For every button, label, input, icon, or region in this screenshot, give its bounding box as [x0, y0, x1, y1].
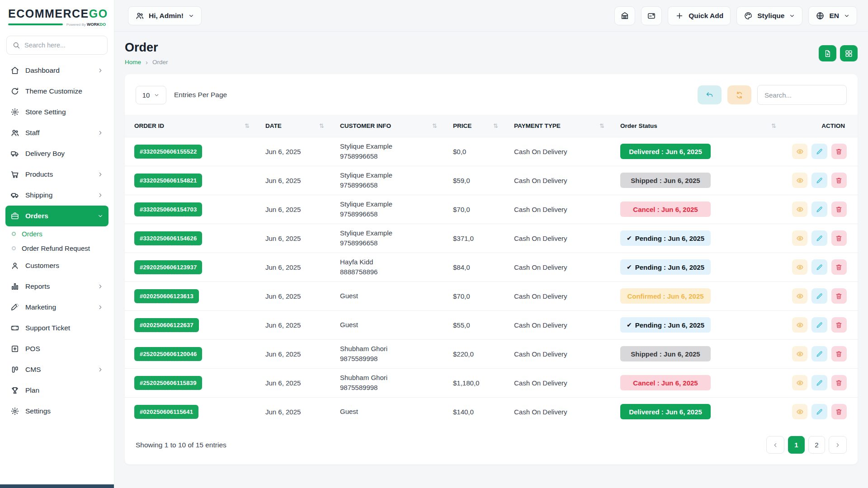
- delete-order-button[interactable]: [831, 230, 847, 246]
- reset-filters-button[interactable]: [698, 85, 722, 104]
- breadcrumb-home-link[interactable]: Home: [125, 59, 141, 66]
- theme-selector-button[interactable]: Stylique: [736, 6, 802, 25]
- delete-order-button[interactable]: [831, 144, 847, 159]
- topbar: Hi, Admin! Quick Add Stylique EN: [114, 0, 868, 32]
- column-header-price[interactable]: PRICE⇅: [443, 115, 505, 137]
- order-id-badge[interactable]: #2520250606120046: [134, 347, 202, 361]
- customer-phone: 9875589998: [340, 354, 439, 364]
- column-header-customer-info[interactable]: CUSTOMER INFO⇅: [330, 115, 443, 137]
- edit-order-button[interactable]: [811, 202, 827, 217]
- delete-order-button[interactable]: [831, 259, 847, 275]
- date-cell: Jun 6, 2025: [256, 137, 330, 166]
- edit-order-button[interactable]: [811, 346, 827, 361]
- sidebar-item-label: Orders: [25, 212, 48, 220]
- sidebar-scrollbar[interactable]: [0, 484, 114, 488]
- sidebar-item-pos[interactable]: POS: [5, 338, 108, 359]
- view-order-button[interactable]: [792, 144, 807, 159]
- edit-order-button[interactable]: [811, 259, 827, 275]
- quick-add-button[interactable]: Quick Add: [668, 6, 731, 25]
- view-order-button[interactable]: [792, 173, 807, 188]
- sort-icon[interactable]: ⇅: [432, 122, 437, 129]
- view-order-button[interactable]: [792, 375, 807, 390]
- action-cell: [783, 195, 858, 224]
- edit-order-button[interactable]: [811, 144, 827, 159]
- sidebar-subitem-orders[interactable]: Orders: [5, 226, 108, 241]
- edit-order-button[interactable]: [811, 288, 827, 304]
- edit-order-button[interactable]: [811, 317, 827, 333]
- view-order-button[interactable]: [792, 230, 807, 246]
- sidebar-item-theme-customize[interactable]: Theme Customize: [5, 81, 108, 102]
- view-order-button[interactable]: [792, 346, 807, 361]
- page-title: Order: [125, 41, 168, 55]
- sidebar-item-orders[interactable]: Orders: [5, 206, 108, 226]
- sidebar-item-store-setting[interactable]: Store Setting: [5, 102, 108, 122]
- order-status-cell: Confirmed : Jun 6, 2025: [611, 282, 783, 310]
- delete-order-button[interactable]: [831, 288, 847, 304]
- edit-order-button[interactable]: [811, 404, 827, 419]
- entries-per-page-select[interactable]: 10: [136, 86, 166, 104]
- view-order-button[interactable]: [792, 259, 807, 275]
- sidebar-item-reports[interactable]: Reports: [5, 276, 108, 297]
- pagination-page-1[interactable]: 1: [788, 436, 805, 454]
- user-greeting: Hi, Admin!: [149, 12, 184, 20]
- order-id-badge[interactable]: #2520250606115839: [134, 376, 202, 390]
- sidebar-item-staff[interactable]: Staff: [5, 122, 108, 143]
- delete-order-button[interactable]: [831, 404, 847, 419]
- order-id-badge[interactable]: #3320250606154626: [134, 231, 202, 245]
- sort-icon[interactable]: ⇅: [319, 122, 324, 129]
- sidebar-item-cms[interactable]: CMS: [5, 359, 108, 380]
- delete-order-button[interactable]: [831, 317, 847, 333]
- sidebar-item-products[interactable]: Products: [5, 164, 108, 185]
- column-header-payment-type[interactable]: PAYMENT TYPE⇅: [505, 115, 611, 137]
- sidebar-item-settings[interactable]: Settings: [5, 401, 108, 422]
- sidebar-item-plan[interactable]: Plan: [5, 380, 108, 401]
- view-order-button[interactable]: [792, 202, 807, 217]
- mail-card-button[interactable]: [641, 6, 662, 25]
- order-id-badge[interactable]: #3320250606154821: [134, 174, 202, 188]
- order-id-badge[interactable]: #020250606122637: [134, 318, 199, 332]
- sidebar-item-marketing[interactable]: Marketing: [5, 297, 108, 318]
- delete-order-button[interactable]: [831, 202, 847, 217]
- delete-order-button[interactable]: [831, 173, 847, 188]
- sort-icon[interactable]: ⇅: [771, 122, 776, 129]
- view-order-button[interactable]: [792, 404, 807, 419]
- order-id-badge[interactable]: #2920250606123937: [134, 260, 202, 274]
- edit-order-button[interactable]: [811, 173, 827, 188]
- palette-icon: [744, 11, 753, 20]
- column-header-order-id[interactable]: ORDER ID⇅: [125, 115, 256, 137]
- sidebar-subitem-order-refund-request[interactable]: Order Refund Request: [5, 241, 108, 255]
- sort-icon[interactable]: ⇅: [493, 122, 498, 129]
- order-id-badge[interactable]: #3320250606154703: [134, 202, 202, 216]
- logo[interactable]: ECOMMERCEGO Powered By WORKDO: [0, 0, 114, 28]
- refresh-button[interactable]: [727, 85, 751, 104]
- storefront-button[interactable]: [614, 6, 635, 25]
- sidebar-item-delivery-boy[interactable]: Delivery Boy: [5, 143, 108, 164]
- edit-order-button[interactable]: [811, 230, 827, 246]
- sidebar-item-shipping[interactable]: Shipping: [5, 185, 108, 206]
- delete-order-button[interactable]: [831, 346, 847, 361]
- view-order-button[interactable]: [792, 317, 807, 333]
- sort-icon[interactable]: ⇅: [599, 122, 604, 129]
- edit-order-button[interactable]: [811, 375, 827, 390]
- sidebar-search-input[interactable]: Search here...: [6, 36, 108, 55]
- pagination-prev-button[interactable]: [766, 436, 784, 454]
- pagination-next-button[interactable]: [829, 436, 847, 454]
- table-search-input[interactable]: Search...: [757, 85, 847, 105]
- delete-order-button[interactable]: [831, 375, 847, 390]
- pagination-page-2[interactable]: 2: [808, 436, 825, 454]
- sidebar-item-dashboard[interactable]: Dashboard: [5, 60, 108, 81]
- grid-view-button[interactable]: [840, 45, 858, 61]
- order-id-badge[interactable]: #020250606123613: [134, 289, 199, 303]
- language-selector-button[interactable]: EN: [808, 6, 857, 25]
- column-header-order-status[interactable]: Order Status⇅: [611, 115, 783, 137]
- user-menu-button[interactable]: Hi, Admin!: [128, 6, 202, 25]
- sidebar-item-support-ticket[interactable]: Support Ticket: [5, 318, 108, 338]
- view-order-button[interactable]: [792, 288, 807, 304]
- order-status-cell: ✔Pending : Jun 6, 2025: [611, 224, 783, 253]
- order-id-badge[interactable]: #020250606115641: [134, 405, 198, 419]
- sidebar-item-customers[interactable]: Customers: [5, 255, 108, 276]
- sort-icon[interactable]: ⇅: [245, 122, 250, 129]
- export-button[interactable]: [819, 45, 836, 61]
- order-id-badge[interactable]: #3320250606155522: [134, 145, 202, 159]
- column-header-date[interactable]: DATE⇅: [256, 115, 330, 137]
